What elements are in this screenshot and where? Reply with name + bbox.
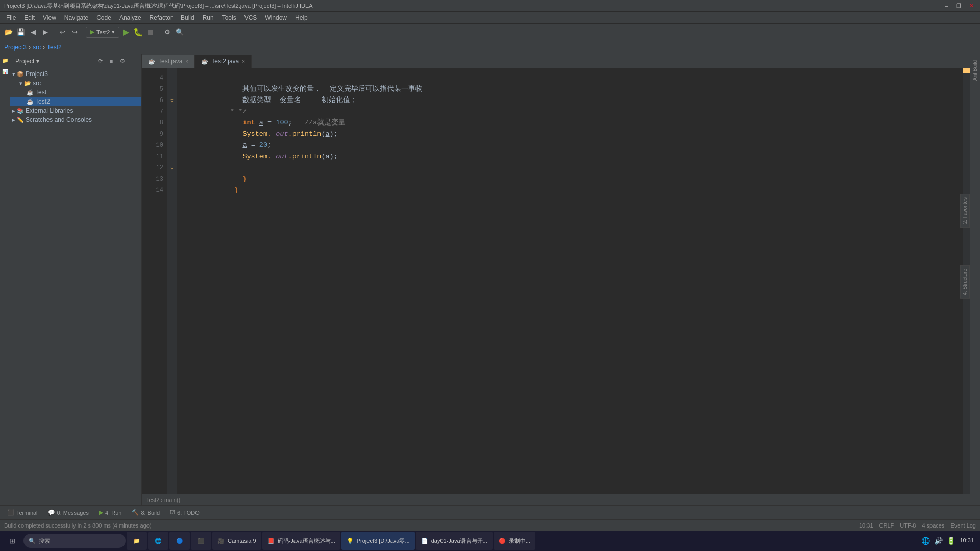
sidebar-settings-btn[interactable]: ⚙ bbox=[118, 57, 127, 66]
gutter-9 bbox=[167, 129, 177, 140]
tab-terminal[interactable]: ⬛ Terminal bbox=[2, 507, 43, 519]
menu-item-build[interactable]: Build bbox=[177, 13, 199, 22]
menu-item-refactor[interactable]: Refactor bbox=[145, 13, 177, 22]
code-line-7: int a = 100; //a就是变量 bbox=[185, 106, 954, 117]
taskbar-edge[interactable]: 🌐 bbox=[148, 532, 168, 550]
stop-btn[interactable]: ⏹ bbox=[145, 27, 156, 38]
menu-item-edit[interactable]: Edit bbox=[20, 13, 39, 22]
tree-arrow-project3: ▾ bbox=[12, 71, 15, 78]
tree-label-src: src bbox=[33, 80, 41, 87]
menu-item-view[interactable]: View bbox=[39, 13, 60, 22]
taskbar-term[interactable]: ⬛ bbox=[191, 532, 211, 550]
menu-item-vcs[interactable]: VCS bbox=[240, 13, 261, 22]
tab-test-java[interactable]: ☕ Test.java × bbox=[142, 55, 195, 68]
restore-button[interactable]: ❐ bbox=[954, 3, 963, 9]
taskbar-search[interactable]: 🔍 搜索 bbox=[23, 534, 126, 548]
tab-run[interactable]: ▶ 4: Run bbox=[94, 507, 127, 519]
tree-item-project3[interactable]: ▾ 📦 Project3 bbox=[10, 69, 141, 79]
line-num-11: 11 bbox=[142, 151, 163, 162]
taskbar-recorder[interactable]: 🔴 录制中... bbox=[494, 532, 535, 550]
taskbar-java-book[interactable]: 📕 码码-Java语言概述与... bbox=[262, 532, 340, 550]
taskbar-chrome[interactable]: 🔵 bbox=[169, 532, 190, 550]
code-editor[interactable]: 4 5 6 7 8 9 10 11 12 13 14 ▽ bbox=[142, 68, 970, 494]
fold-icon-12[interactable]: ▽ bbox=[171, 166, 174, 170]
back-btn[interactable]: ◀ bbox=[28, 27, 39, 38]
status-right: 10:31 CRLF UTF-8 4 spaces Event Log bbox=[859, 522, 976, 529]
open-btn[interactable]: 📂 bbox=[3, 27, 14, 38]
sidebar-minimize-btn[interactable]: – bbox=[129, 57, 138, 66]
taskbar-intellij[interactable]: 💡 Project3 [D:\Java零... bbox=[341, 532, 415, 550]
structure-panel[interactable]: 4: Structure bbox=[960, 265, 970, 299]
nav-project3[interactable]: Project3 bbox=[4, 44, 27, 51]
tab-test-java-close[interactable]: × bbox=[185, 59, 188, 64]
menu-item-code[interactable]: Code bbox=[92, 13, 115, 22]
project-tool-icon[interactable]: 📁 bbox=[1, 56, 9, 64]
search-btn[interactable]: 🔍 bbox=[174, 27, 185, 38]
close-button[interactable]: ✕ bbox=[967, 3, 976, 9]
favorites-panel[interactable]: 2: Favorites bbox=[960, 194, 970, 228]
nav-file[interactable]: Test2 bbox=[47, 44, 62, 51]
tree-label-test2: Test2 bbox=[35, 98, 50, 105]
undo-btn[interactable]: ↩ bbox=[57, 27, 68, 38]
battery-icon[interactable]: 🔋 bbox=[947, 537, 955, 545]
gutter-6: ▽ bbox=[167, 95, 177, 106]
start-button[interactable]: ⊞ bbox=[2, 532, 22, 550]
line-num-10: 10 bbox=[142, 140, 163, 151]
tab-build[interactable]: 🔨 8: Build bbox=[127, 507, 165, 519]
nav-src[interactable]: src bbox=[33, 44, 41, 51]
taskbar-file-explorer[interactable]: 📁 bbox=[127, 532, 147, 550]
event-log[interactable]: Event Log bbox=[950, 522, 976, 529]
project-dropdown-label: Project bbox=[15, 58, 34, 65]
structure-icon[interactable]: 📊 bbox=[1, 67, 9, 76]
tree-label-test: Test bbox=[35, 89, 46, 96]
ant-build-panel[interactable]: Ant Build bbox=[971, 56, 979, 85]
forward-btn[interactable]: ▶ bbox=[40, 27, 51, 38]
terminal-label: Terminal bbox=[16, 510, 38, 516]
menu-item-help[interactable]: Help bbox=[291, 13, 312, 22]
minimize-button[interactable]: – bbox=[943, 3, 950, 9]
menu-item-file[interactable]: File bbox=[2, 13, 20, 22]
tab-todo[interactable]: ☑ 6: TODO bbox=[165, 507, 205, 519]
tab-messages[interactable]: 💬 0: Messages bbox=[43, 507, 94, 519]
run-btn[interactable]: ▶ bbox=[120, 27, 132, 38]
indent[interactable]: 4 spaces bbox=[922, 522, 944, 529]
time-display[interactable]: 10:31 bbox=[960, 537, 974, 544]
settings-btn[interactable]: ⚙ bbox=[162, 27, 173, 38]
sidebar-sync-btn[interactable]: ⟳ bbox=[95, 57, 105, 66]
network-icon[interactable]: 🌐 bbox=[921, 537, 930, 545]
fold-icon-6[interactable]: ▽ bbox=[171, 98, 174, 103]
tree-item-scratches[interactable]: ▸ ✏️ Scratches and Consoles bbox=[10, 115, 141, 124]
tab-test2-java-icon: ☕ bbox=[201, 58, 208, 65]
menu-item-analyze[interactable]: Analyze bbox=[115, 13, 145, 22]
taskbar-day01[interactable]: 📄 day01-Java语言与开... bbox=[416, 532, 493, 550]
code-content[interactable]: 其值可以发生改变的量， 定义完毕后可以指代某一事物 数据类型 变量名 = 初始化… bbox=[177, 68, 963, 494]
project-dropdown[interactable]: Project ▾ bbox=[13, 57, 41, 66]
save-btn[interactable]: 💾 bbox=[15, 27, 27, 38]
line-num-4: 4 bbox=[142, 72, 163, 84]
encoding[interactable]: UTF-8 bbox=[900, 522, 916, 529]
tab-test2-java-close[interactable]: × bbox=[242, 59, 245, 64]
menu-item-run[interactable]: Run bbox=[199, 13, 218, 22]
redo-btn[interactable]: ↪ bbox=[69, 27, 80, 38]
toolbar-sep-1 bbox=[54, 28, 54, 37]
run-label: 4: Run bbox=[105, 510, 121, 516]
menu-item-tools[interactable]: Tools bbox=[218, 13, 240, 22]
sound-icon[interactable]: 🔊 bbox=[934, 537, 943, 545]
tab-test2-java[interactable]: ☕ Test2.java × bbox=[195, 55, 252, 68]
structure-label: 4: Structure bbox=[962, 269, 968, 295]
tree-item-test2[interactable]: ☕ Test2 bbox=[10, 97, 141, 106]
tree-label-scratches: Scratches and Consoles bbox=[26, 116, 92, 123]
line-ending[interactable]: CRLF bbox=[879, 522, 894, 529]
debug-btn[interactable]: 🐛 bbox=[133, 27, 144, 38]
run-icon: ▶ bbox=[99, 509, 103, 516]
sidebar-collapse-btn[interactable]: ≡ bbox=[107, 57, 116, 66]
taskbar-camtasia[interactable]: 🎥 Camtasia 9 bbox=[212, 532, 261, 550]
tree-item-test[interactable]: ☕ Test bbox=[10, 88, 141, 97]
menu-item-navigate[interactable]: Navigate bbox=[60, 13, 92, 22]
tree-item-src[interactable]: ▾ 📂 src bbox=[10, 79, 141, 88]
run-config-selector[interactable]: ▶ Test2 ▾ bbox=[86, 27, 119, 38]
status-bar: Build completed successfully in 2 s 800 … bbox=[0, 519, 980, 531]
menu-item-window[interactable]: Window bbox=[261, 13, 291, 22]
sidebar-toolbar: Project ▾ ⟳ ≡ ⚙ – bbox=[10, 54, 141, 68]
tree-item-external[interactable]: ▸ 📚 External Libraries bbox=[10, 106, 141, 115]
